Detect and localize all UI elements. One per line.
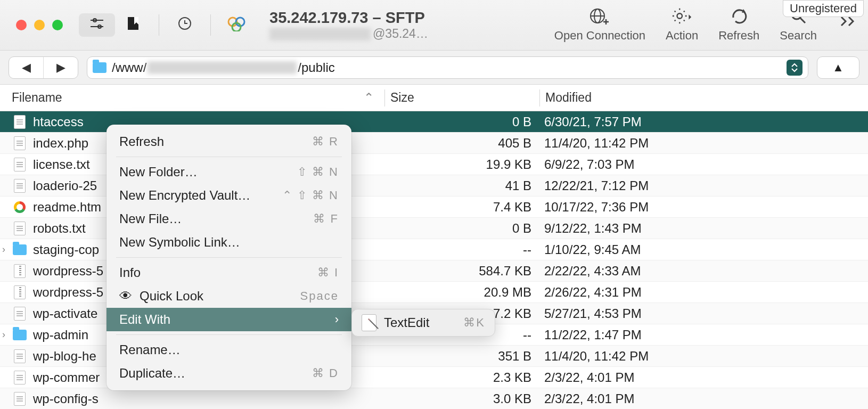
document-icon (14, 158, 26, 171)
file-name: wp-config-s (33, 391, 384, 406)
path-field[interactable]: /www//public (87, 56, 808, 79)
shortcut-label: ⌘ D (312, 366, 339, 380)
menu-item[interactable]: New Encrypted Vault…⌃ ⇧ ⌘ N (107, 184, 351, 207)
submenu-item-label[interactable]: TextEdit (384, 315, 429, 330)
shortcut-label: Space (300, 289, 339, 303)
archive-icon (14, 285, 26, 299)
shortcut-label: ⌘K (463, 316, 485, 330)
folder-icon (13, 330, 27, 340)
menu-item-label: Edit With (119, 312, 170, 327)
menu-item-label: New File… (119, 211, 182, 226)
history-button[interactable] (167, 13, 203, 37)
disclosure-triangle[interactable]: › (2, 329, 12, 340)
nav-back-button[interactable]: ◀ (9, 57, 43, 78)
file-size: 19.9 KB (384, 157, 539, 172)
menu-item[interactable]: Edit With› (107, 308, 351, 331)
go-up-button[interactable]: ▲ (817, 56, 859, 79)
nav-forward-button[interactable]: ▶ (44, 57, 78, 78)
menu-item-label: Rename… (119, 342, 181, 357)
chrome-icon (14, 201, 26, 213)
disclosure-triangle[interactable]: › (2, 244, 12, 255)
eye-icon: 👁 (119, 289, 132, 303)
file-size: 0 B (384, 221, 539, 236)
open-connection-button[interactable]: Open Connection (554, 5, 645, 43)
path-dropdown-button[interactable] (787, 60, 803, 76)
cyberduck-icon (227, 15, 245, 35)
bookmarks-button[interactable] (115, 13, 151, 37)
menu-item-label: 👁Quick Look (119, 289, 203, 304)
file-size: 584.7 KB (384, 264, 539, 279)
path-text: /www//public (112, 60, 335, 75)
menu-item-label: New Symbolic Link… (119, 235, 240, 250)
file-size: 0 B (384, 114, 539, 129)
shortcut-label: ⌘ R (312, 135, 339, 149)
zoom-window-button[interactable] (52, 20, 63, 30)
column-size[interactable]: Size (385, 91, 539, 105)
archive-icon (14, 264, 26, 278)
table-row[interactable]: wp-config-s3.0 KB2/3/22, 4:01 PM (0, 388, 868, 409)
chevron-right-icon: › (335, 313, 339, 326)
redacted-text (148, 61, 297, 74)
unregistered-badge: Unregistered (783, 0, 864, 17)
menu-separator (116, 257, 342, 258)
gear-icon (672, 5, 693, 27)
document-icon (14, 392, 26, 406)
document-icon (14, 115, 26, 129)
menu-item[interactable]: Rename… (107, 338, 351, 362)
shortcut-label: ⌃ ⇧ ⌘ N (282, 189, 339, 202)
file-modified: 10/17/22, 7:36 PM (539, 200, 868, 215)
file-size: 405 B (384, 136, 539, 151)
minimize-window-button[interactable] (34, 20, 45, 30)
menu-item-label: Info (119, 265, 141, 280)
triangle-up-icon: ▲ (832, 61, 844, 75)
file-size: 351 B (384, 349, 539, 364)
folder-icon (93, 62, 107, 73)
action-button[interactable]: Action (666, 5, 698, 43)
file-modified: 5/27/21, 4:53 PM (539, 306, 868, 321)
menu-item[interactable]: Duplicate…⌘ D (107, 362, 351, 385)
file-size: -- (384, 242, 539, 257)
triangle-left-icon: ◀ (22, 61, 31, 75)
redacted-text (269, 28, 371, 40)
bookmark-icon (127, 17, 140, 34)
file-modified: 2/26/22, 4:31 PM (539, 285, 868, 300)
context-menu: Refresh⌘ RNew Folder…⇧ ⌘ NNew Encrypted … (107, 125, 351, 390)
menu-item[interactable]: New Folder…⇧ ⌘ N (107, 160, 351, 184)
toggle-sidebar-button[interactable] (79, 13, 115, 37)
file-size: 41 B (384, 178, 539, 193)
sliders-icon (91, 18, 103, 32)
clock-icon (178, 17, 192, 34)
file-modified: 11/2/22, 1:47 PM (539, 328, 868, 342)
menu-item[interactable]: New File…⌘ F (107, 207, 351, 231)
column-filename[interactable]: Filename ⌃ (12, 91, 384, 105)
menu-item[interactable]: Info⌘ I (107, 261, 351, 284)
file-modified: 6/30/21, 7:57 PM (539, 114, 868, 129)
menu-item[interactable]: Refresh⌘ R (107, 130, 351, 153)
svg-point-14 (677, 13, 682, 19)
window-title: 35.242.179.73 – SFTP @35.24… (269, 9, 428, 41)
close-window-button[interactable] (16, 20, 27, 30)
menu-separator (116, 334, 342, 335)
refresh-icon (728, 5, 750, 27)
shortcut-label: ⇧ ⌘ N (297, 165, 339, 179)
cyberduck-icon-button[interactable] (218, 13, 255, 37)
menu-item[interactable]: 👁Quick LookSpace (107, 284, 351, 308)
refresh-button[interactable]: Refresh (718, 5, 759, 43)
triangle-right-icon: ▶ (56, 61, 65, 75)
document-icon (14, 136, 26, 150)
menu-item-label: New Folder… (119, 165, 198, 179)
toolbar: 35.242.179.73 – SFTP @35.24… Open Connec… (0, 0, 868, 51)
file-modified: 1/10/22, 9:45 AM (539, 242, 868, 257)
file-size: 2.3 KB (384, 370, 539, 385)
shortcut-label: ⌘ I (317, 266, 339, 280)
menu-item-label: Duplicate… (119, 366, 185, 381)
globe-plus-icon (589, 5, 610, 27)
svg-line-16 (800, 18, 805, 23)
menu-item-label: New Encrypted Vault… (119, 188, 250, 203)
textedit-icon (362, 314, 376, 331)
column-header-row: Filename ⌃ Size Modified (0, 85, 868, 111)
menu-item[interactable]: New Symbolic Link… (107, 231, 351, 254)
chevron-up-icon: ⌃ (364, 91, 374, 105)
window-traffic-lights (16, 20, 63, 30)
column-modified[interactable]: Modified (540, 91, 868, 105)
